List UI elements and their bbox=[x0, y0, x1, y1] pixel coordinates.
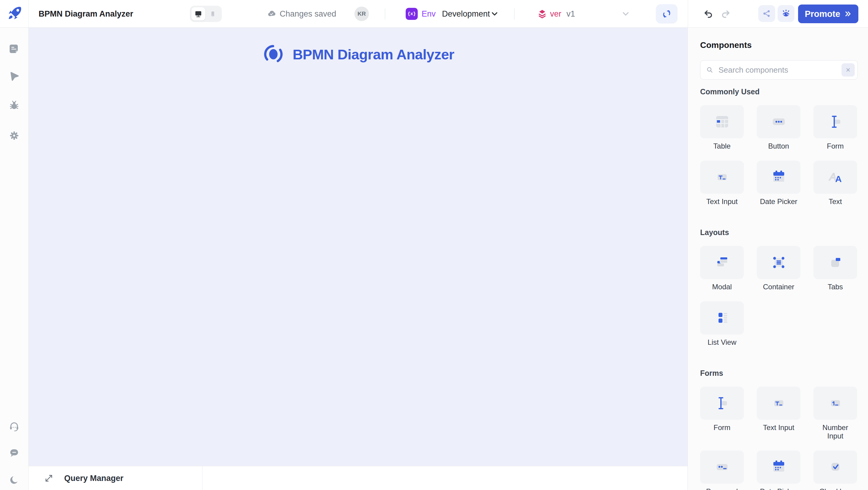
sidebar-item-dark-mode[interactable] bbox=[8, 474, 20, 486]
version-value: v1 bbox=[567, 9, 575, 19]
sidebar-item-debug[interactable] bbox=[8, 99, 20, 112]
moon-icon bbox=[8, 474, 20, 486]
component-search bbox=[700, 60, 858, 80]
chat-icon bbox=[8, 447, 20, 459]
component-tile-number-input[interactable]: Number Input bbox=[813, 387, 857, 440]
gear-icon bbox=[8, 130, 20, 142]
bottom-bar: Query Manager bbox=[29, 466, 687, 490]
redo-button[interactable] bbox=[720, 8, 732, 20]
desktop-icon bbox=[194, 10, 202, 18]
sync-icon bbox=[662, 9, 672, 19]
bug-icon bbox=[8, 99, 20, 112]
sidebar-item-settings[interactable] bbox=[8, 130, 20, 142]
share-button[interactable] bbox=[758, 5, 775, 22]
button-icon bbox=[769, 112, 788, 131]
tile-label: Modal bbox=[700, 283, 744, 291]
component-tile-date-picker[interactable]: Date Picker bbox=[757, 161, 801, 206]
text-input-icon bbox=[769, 394, 788, 413]
component-tile-button[interactable]: Button bbox=[757, 105, 801, 150]
tile-label: List View bbox=[700, 338, 744, 346]
component-tile-text-input[interactable]: Text Input bbox=[700, 161, 744, 206]
component-tile-modal[interactable]: Modal bbox=[700, 246, 744, 291]
component-tile-container[interactable]: Container bbox=[757, 246, 801, 291]
component-tile-checkbox[interactable]: Checkbox bbox=[813, 451, 857, 490]
tile-label: Container bbox=[757, 283, 801, 291]
component-tile-tabs[interactable]: Tabs bbox=[813, 246, 857, 291]
clear-search-button[interactable] bbox=[841, 63, 855, 76]
tile-label: Checkbox bbox=[813, 487, 857, 490]
tile-label: Text bbox=[813, 197, 857, 206]
search-icon bbox=[706, 66, 714, 74]
component-tile-list-view[interactable]: List View bbox=[700, 301, 744, 346]
close-icon bbox=[845, 67, 851, 73]
component-tile-text[interactable]: A A Text bbox=[813, 161, 857, 206]
component-tile-form[interactable]: Form bbox=[700, 387, 744, 440]
form-icon bbox=[826, 112, 845, 131]
component-tile-table[interactable]: Table bbox=[700, 105, 744, 150]
tile-label: Text Input bbox=[757, 423, 801, 432]
undo-button[interactable] bbox=[702, 8, 714, 20]
save-status-text: Changes saved bbox=[280, 9, 336, 19]
list-view-icon bbox=[712, 308, 732, 328]
mobile-toggle[interactable] bbox=[206, 7, 220, 21]
tabs-icon bbox=[826, 253, 845, 272]
sidebar-item-pages[interactable] bbox=[8, 43, 20, 55]
app-canvas[interactable]: BPMN Diagram Analyzer bbox=[29, 28, 687, 466]
env-badge-icon: {x} bbox=[406, 8, 418, 20]
tile-label: Number Input bbox=[813, 423, 857, 440]
checkbox-icon bbox=[826, 457, 845, 477]
app-logo[interactable] bbox=[0, 0, 29, 28]
left-sidebar bbox=[0, 28, 29, 490]
tile-label: Date Picker bbox=[757, 487, 801, 490]
app-eye-logo bbox=[262, 44, 285, 64]
cursor-icon bbox=[8, 70, 20, 83]
table-icon bbox=[712, 112, 732, 131]
device-toggle[interactable] bbox=[190, 6, 222, 22]
number-input-icon bbox=[826, 394, 845, 413]
expand-icon bbox=[44, 474, 53, 483]
sync-button[interactable] bbox=[656, 4, 678, 24]
chevron-down-icon[interactable] bbox=[621, 9, 630, 19]
tile-label: Form bbox=[700, 423, 744, 432]
tile-label: Table bbox=[700, 142, 744, 150]
component-tile-form[interactable]: Form bbox=[813, 105, 857, 150]
query-manager-toggle[interactable]: Query Manager bbox=[29, 466, 203, 490]
rocket-icon bbox=[6, 5, 23, 22]
promote-label: Promote bbox=[805, 9, 840, 19]
sidebar-item-chat[interactable] bbox=[8, 447, 20, 459]
preview-button[interactable] bbox=[778, 5, 795, 22]
sidebar-item-canvas[interactable] bbox=[8, 70, 20, 83]
page-title: BPMN Diagram Analyzer bbox=[38, 0, 133, 28]
chevron-down-icon[interactable] bbox=[490, 9, 499, 19]
password-input-icon bbox=[712, 457, 732, 477]
section-title-layouts: Layouts bbox=[700, 228, 858, 237]
components-panel: Components Commonly Used bbox=[687, 28, 868, 490]
script-icon bbox=[8, 43, 20, 55]
tile-label: Date Picker bbox=[757, 197, 801, 206]
commonly-used-grid: Table Button Form bbox=[700, 105, 858, 206]
version-selector[interactable]: ver v1 bbox=[537, 0, 575, 28]
desktop-toggle[interactable] bbox=[191, 7, 205, 21]
header-divider bbox=[514, 8, 515, 20]
canvas-app-header: BPMN Diagram Analyzer bbox=[29, 44, 687, 64]
tile-label: Password Input bbox=[700, 487, 744, 490]
form-icon bbox=[712, 394, 732, 413]
search-input[interactable] bbox=[700, 60, 858, 80]
headset-icon bbox=[8, 421, 20, 433]
tile-label: Button bbox=[757, 142, 801, 150]
environment-selector[interactable]: {x} Env Development bbox=[406, 0, 490, 28]
component-tile-text-input[interactable]: Text Input bbox=[757, 387, 801, 440]
panel-title: Components bbox=[700, 40, 858, 50]
app-header: BPMN Diagram Analyzer Changes saved KR {… bbox=[0, 0, 868, 28]
version-layers-icon bbox=[537, 9, 547, 19]
redo-icon bbox=[720, 8, 731, 19]
section-title-forms: Forms bbox=[700, 369, 858, 377]
share-icon bbox=[763, 9, 771, 18]
component-tile-date-picker[interactable]: Date Picker bbox=[757, 451, 801, 490]
promote-button[interactable]: Promote bbox=[798, 4, 858, 23]
user-avatar[interactable]: KR bbox=[354, 7, 369, 21]
version-label: ver bbox=[550, 9, 561, 19]
component-tile-password-input[interactable]: Password Input bbox=[700, 451, 744, 490]
date-picker-icon bbox=[769, 167, 788, 187]
sidebar-item-support[interactable] bbox=[8, 421, 20, 433]
